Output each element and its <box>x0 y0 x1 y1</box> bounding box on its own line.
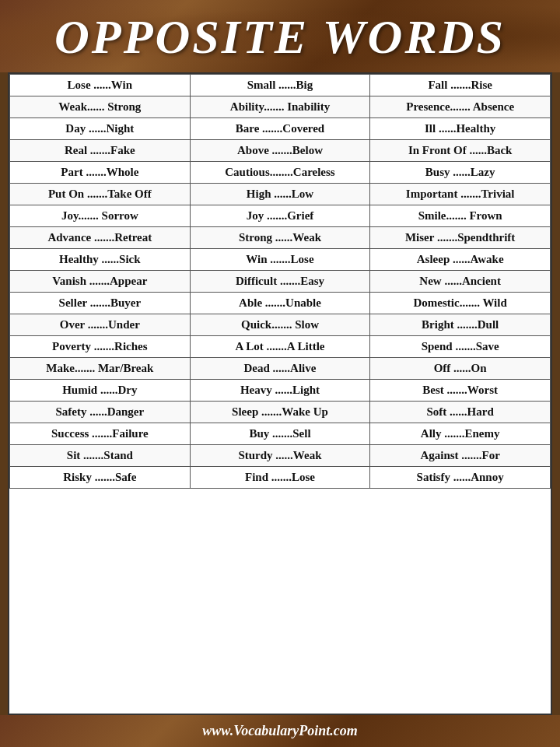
table-cell: Domestic....... Wild <box>370 293 551 314</box>
table-row: Day ......NightBare .......CoveredIll ..… <box>10 118 551 140</box>
page-footer: www.VocabularyPoint.com <box>0 715 560 747</box>
table-cell: Quick....... Slow <box>190 314 370 336</box>
table-cell: Soft ......Hard <box>370 402 551 423</box>
table-row: Put On .......Take OffHigh ......LowImpo… <box>10 184 551 205</box>
table-row: Vanish .......AppearDifficult .......Eas… <box>10 271 551 293</box>
table-cell: Bare .......Covered <box>190 118 370 140</box>
table-cell: Above .......Below <box>190 140 370 162</box>
table-row: Risky .......SafeFind .......LoseSatisfy… <box>10 467 551 489</box>
table-cell: Bright .......Dull <box>370 314 551 336</box>
table-row: Humid ......DryHeavy ......LightBest ...… <box>10 380 551 402</box>
table-cell: Satisfy ......Annoy <box>370 467 551 489</box>
table-row: Real .......FakeAbove .......BelowIn Fro… <box>10 140 551 162</box>
table-cell: New ......Ancient <box>370 271 551 293</box>
table-row: Part .......WholeCautious........Careles… <box>10 162 551 184</box>
table-cell: Healthy ......Sick <box>10 249 191 271</box>
opposites-table: Lose ......WinSmall ......BigFall ......… <box>9 74 551 489</box>
table-cell: Sleep .......Wake Up <box>190 402 370 423</box>
table-row: Weak...... StrongAbility....... Inabilit… <box>10 96 551 118</box>
table-cell: Off ......On <box>370 358 551 380</box>
table-cell: Part .......Whole <box>10 162 191 184</box>
table-cell: Ally .......Enemy <box>370 423 551 445</box>
table-container: Lose ......WinSmall ......BigFall ......… <box>8 72 552 715</box>
table-cell: Put On .......Take Off <box>10 184 191 205</box>
table-cell: Spend .......Save <box>370 336 551 358</box>
table-cell: High ......Low <box>190 184 370 205</box>
table-cell: Presence....... Absence <box>370 96 551 118</box>
table-cell: Sturdy ......Weak <box>190 445 370 467</box>
table-cell: Fall .......Rise <box>370 75 551 96</box>
table-cell: Sit .......Stand <box>10 445 191 467</box>
table-cell: Asleep ......Awake <box>370 249 551 271</box>
table-cell: Vanish .......Appear <box>10 271 191 293</box>
table-cell: Heavy ......Light <box>190 380 370 402</box>
table-cell: Buy .......Sell <box>190 423 370 445</box>
table-cell: Risky .......Safe <box>10 467 191 489</box>
table-cell: Dead ......Alive <box>190 358 370 380</box>
table-cell: Humid ......Dry <box>10 380 191 402</box>
table-cell: Strong ......Weak <box>190 227 370 249</box>
table-row: Sit .......StandSturdy ......WeakAgainst… <box>10 445 551 467</box>
page-title: OPPOSITE WORDS <box>8 9 552 65</box>
table-row: Advance .......RetreatStrong ......WeakM… <box>10 227 551 249</box>
table-row: Healthy ......SickWin .......LoseAsleep … <box>10 249 551 271</box>
table-cell: Cautious........Careless <box>190 162 370 184</box>
table-cell: Against .......For <box>370 445 551 467</box>
table-cell: Best .......Worst <box>370 380 551 402</box>
table-cell: Joy....... Sorrow <box>10 205 191 227</box>
table-cell: Lose ......Win <box>10 75 191 96</box>
table-cell: Busy ......Lazy <box>370 162 551 184</box>
table-row: Success .......FailureBuy .......SellAll… <box>10 423 551 445</box>
table-cell: Ability....... Inability <box>190 96 370 118</box>
table-cell: Day ......Night <box>10 118 191 140</box>
table-cell: Small ......Big <box>190 75 370 96</box>
table-cell: Poverty .......Riches <box>10 336 191 358</box>
table-row: Safety ......DangerSleep .......Wake UpS… <box>10 402 551 423</box>
table-cell: Win .......Lose <box>190 249 370 271</box>
table-cell: Make....... Mar/Break <box>10 358 191 380</box>
table-cell: Difficult .......Easy <box>190 271 370 293</box>
page-header: OPPOSITE WORDS <box>0 0 560 72</box>
table-cell: Real .......Fake <box>10 140 191 162</box>
table-cell: Smile....... Frown <box>370 205 551 227</box>
table-row: Joy....... SorrowJoy .......GriefSmile..… <box>10 205 551 227</box>
table-cell: A Lot .......A Little <box>190 336 370 358</box>
table-cell: Over .......Under <box>10 314 191 336</box>
table-cell: Important .......Trivial <box>370 184 551 205</box>
table-cell: Advance .......Retreat <box>10 227 191 249</box>
table-row: Over .......UnderQuick....... SlowBright… <box>10 314 551 336</box>
table-cell: Find .......Lose <box>190 467 370 489</box>
table-cell: Able .......Unable <box>190 293 370 314</box>
table-cell: Miser .......Spendthrift <box>370 227 551 249</box>
table-cell: Weak...... Strong <box>10 96 191 118</box>
table-row: Make....... Mar/BreakDead ......AliveOff… <box>10 358 551 380</box>
table-cell: Ill ......Healthy <box>370 118 551 140</box>
table-row: Poverty .......RichesA Lot .......A Litt… <box>10 336 551 358</box>
table-cell: Success .......Failure <box>10 423 191 445</box>
table-cell: Safety ......Danger <box>10 402 191 423</box>
table-cell: Joy .......Grief <box>190 205 370 227</box>
table-cell: In Front Of ......Back <box>370 140 551 162</box>
footer-url: www.VocabularyPoint.com <box>202 723 357 738</box>
table-cell: Seller .......Buyer <box>10 293 191 314</box>
table-row: Lose ......WinSmall ......BigFall ......… <box>10 75 551 96</box>
table-row: Seller .......BuyerAble .......UnableDom… <box>10 293 551 314</box>
